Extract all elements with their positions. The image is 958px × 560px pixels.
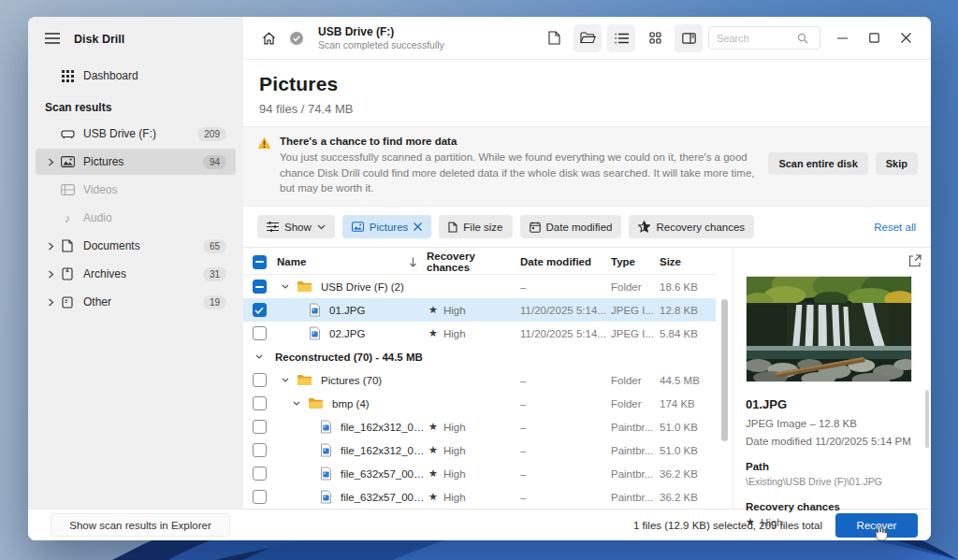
chevron-right-icon[interactable] (45, 242, 56, 251)
dashboard-grid-icon (58, 70, 77, 82)
table-row[interactable]: USB Drive (F) (2)–Folder18.6 KB (243, 275, 716, 298)
folder-icon (308, 397, 324, 409)
preview-scrollbar[interactable] (925, 390, 929, 448)
file-icon (320, 490, 332, 504)
row-checkbox[interactable] (253, 303, 267, 317)
search-input[interactable] (717, 33, 797, 44)
column-header-size[interactable]: Size (660, 256, 716, 267)
filter-chip-file-size[interactable]: File size (439, 215, 512, 238)
table-row[interactable]: file_162x312_000...★High–Paintbr...51.0 … (243, 415, 716, 438)
sidebar-item-label: USB Drive (F:) (83, 127, 156, 140)
preview-date-modified: Date modified 11/20/2025 5:14 PM (746, 436, 920, 447)
chevron-down-icon[interactable] (281, 282, 290, 291)
sidebar-item-usb-drive[interactable]: USB Drive (F:) 209 (36, 121, 236, 147)
preview-panel-toggle-icon[interactable] (675, 24, 703, 52)
search-box[interactable] (708, 26, 820, 50)
document-icon (58, 239, 77, 252)
open-folder-icon[interactable] (573, 24, 602, 52)
chevron-down-icon[interactable] (281, 376, 290, 384)
row-name: file_162x312_000... (341, 422, 427, 433)
count-badge: 94 (203, 155, 226, 169)
column-header-date[interactable]: Date modified (520, 256, 611, 267)
music-note-icon: ♪ (65, 212, 71, 224)
filter-chip-pictures[interactable]: Pictures (342, 215, 432, 238)
chevron-down-icon (317, 224, 326, 230)
row-size: 51.0 KB (660, 445, 716, 456)
minimize-button[interactable] (826, 24, 858, 52)
table-row[interactable]: bmp (4)–Folder174 KB (243, 392, 716, 415)
close-button[interactable] (890, 24, 922, 52)
row-checkbox[interactable] (253, 326, 267, 340)
column-header-name[interactable]: Name (275, 256, 427, 267)
new-session-icon[interactable] (540, 24, 568, 52)
row-type: JPEG I... (611, 328, 660, 339)
chevron-right-icon[interactable] (45, 158, 56, 166)
folder-icon (297, 374, 312, 386)
chevron-down-icon[interactable] (292, 399, 301, 408)
filter-chip-label: File size (463, 222, 502, 233)
chevron-right-icon[interactable] (45, 298, 56, 307)
sidebar-item-videos: Videos (36, 177, 236, 203)
filter-chip-recovery-chances[interactable]: Recovery chances (629, 215, 754, 238)
sidebar-item-other[interactable]: Other 19 (36, 289, 236, 315)
row-checkbox[interactable] (253, 443, 267, 457)
maximize-button[interactable] (858, 24, 890, 52)
close-icon[interactable] (414, 223, 422, 231)
row-name: file_632x57_0000... (341, 468, 427, 480)
recovery-value: High (443, 468, 466, 480)
table-scrollbar[interactable] (721, 299, 728, 441)
row-checkbox[interactable] (253, 280, 267, 294)
sidebar-item-documents[interactable]: Documents 65 (36, 233, 236, 259)
hamburger-menu-icon[interactable] (45, 31, 60, 48)
table-row[interactable]: Pictures (70)–Folder44.5 MB (243, 368, 716, 392)
preview-path-label: Path (746, 461, 920, 472)
row-type: JPEG I... (611, 305, 660, 316)
sidebar-item-label: Pictures (83, 155, 123, 168)
table-row[interactable]: file_162x312_000...★High–Paintbr...51.0 … (243, 438, 716, 462)
column-header-recovery[interactable]: Recovery chances (427, 251, 520, 273)
banner-body: You just successfully scanned a partitio… (280, 150, 768, 196)
select-all-checkbox[interactable] (253, 255, 267, 269)
chevron-down-icon[interactable] (254, 352, 264, 361)
show-filter-dropdown[interactable]: Show (257, 215, 335, 238)
row-date: 11/20/2025 5:14... (520, 305, 611, 316)
app-title: Disk Drill (74, 33, 124, 46)
file-icon (309, 326, 321, 340)
table-row[interactable]: 02.JPG★High11/20/2025 5:14...JPEG I...5.… (243, 322, 716, 345)
mouse-cursor (873, 524, 887, 541)
filter-chip-label: Date modified (546, 222, 613, 233)
row-checkbox[interactable] (253, 396, 267, 410)
column-header-type[interactable]: Type (611, 256, 660, 267)
row-size: 5.84 KB (660, 328, 716, 339)
chevron-right-icon[interactable] (45, 270, 56, 279)
row-checkbox[interactable] (253, 467, 267, 481)
star-icon: ★ (428, 467, 438, 480)
sidebar-item-label: Dashboard (83, 69, 138, 82)
table-row[interactable]: 01.JPG★High11/20/2025 5:14...JPEG I...12… (243, 298, 716, 322)
home-icon[interactable] (254, 24, 283, 52)
recover-button[interactable]: Recover (835, 513, 918, 538)
filter-chip-label: Recovery chances (656, 222, 745, 233)
grid-view-icon[interactable] (641, 24, 669, 52)
row-checkbox[interactable] (253, 490, 267, 504)
reset-all-link[interactable]: Reset all (874, 222, 916, 233)
row-checkbox[interactable] (253, 373, 267, 387)
table-row[interactable]: file_632x57_0000...★High–Paintbr...36.2 … (243, 462, 716, 485)
sidebar-item-archives[interactable]: Archives 31 (36, 261, 236, 287)
file-table: Name Recovery chances Date modified Type… (243, 248, 733, 509)
scan-entire-disk-button[interactable]: Scan entire disk (768, 152, 867, 175)
filter-chip-date-modified[interactable]: Date modified (520, 215, 622, 238)
skip-button[interactable]: Skip (876, 152, 918, 175)
table-section-row[interactable]: Reconstructed (70) - 44.5 MB (243, 345, 716, 368)
topbar: USB Drive (F:) Scan completed successful… (243, 17, 931, 60)
file-icon (320, 443, 332, 457)
row-date: – (520, 398, 611, 409)
table-row[interactable]: file_632x57_0000...★High–Paintbr...36.2 … (243, 485, 716, 509)
list-view-icon[interactable] (607, 24, 635, 52)
open-preview-external-icon[interactable] (908, 254, 922, 271)
row-checkbox[interactable] (253, 420, 267, 434)
sidebar-item-dashboard[interactable]: Dashboard (36, 63, 236, 89)
show-in-explorer-button[interactable]: Show scan results in Explorer (51, 513, 230, 537)
banner-title: There's a chance to find more data (280, 136, 768, 147)
sidebar-item-pictures[interactable]: Pictures 94 (36, 149, 236, 175)
